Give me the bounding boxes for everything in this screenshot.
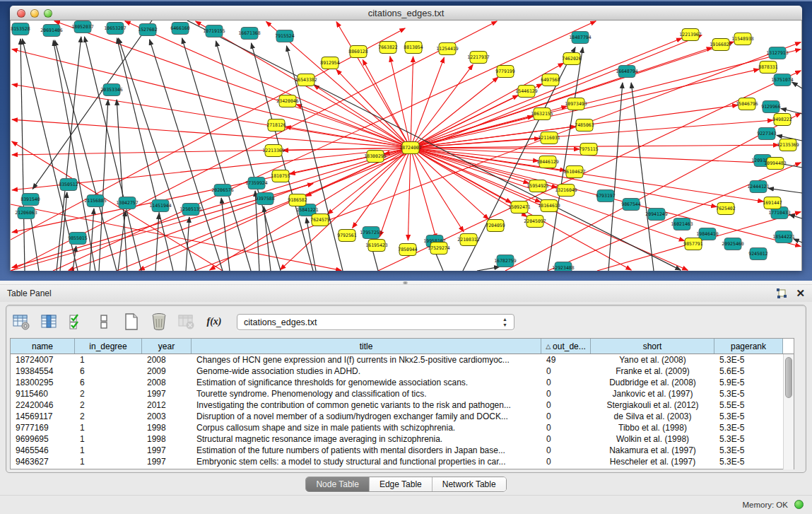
delete-table-icon[interactable] xyxy=(177,313,196,331)
graph-node[interactable]: 8813054 xyxy=(404,42,423,54)
graph-node[interactable]: 15092471 xyxy=(508,201,530,214)
graph-node[interactable]: 21156885 xyxy=(84,195,106,207)
table-cell[interactable]: Investigating the contribution of common… xyxy=(192,399,541,411)
table-cell[interactable]: Disruption of a novel member of a sodium… xyxy=(192,411,541,422)
table-cell[interactable]: 19384554 xyxy=(11,366,75,377)
graph-node[interactable]: 9857791 xyxy=(683,238,702,250)
graph-edge[interactable] xyxy=(411,148,763,201)
graph-node[interactable]: 16543382 xyxy=(295,74,317,86)
table-cell[interactable]: Tibbo et al. (1998) xyxy=(591,422,714,433)
graph-node[interactable]: 1810755 xyxy=(271,170,290,182)
table-cell[interactable]: Yano et al. (2008) xyxy=(591,354,714,366)
graph-edge[interactable] xyxy=(379,148,411,237)
table-cell[interactable]: 2 xyxy=(75,411,142,422)
graph-node[interactable]: 8153528 xyxy=(11,23,30,35)
table-row[interactable]: 1938455462009Genome-wide association stu… xyxy=(11,366,794,377)
table-cell[interactable]: 18300295 xyxy=(11,377,75,388)
table-cell[interactable]: 5.6E-5 xyxy=(714,366,783,377)
graph-edge[interactable] xyxy=(390,57,411,148)
create-new-column-icon[interactable] xyxy=(122,313,141,331)
graph-edge[interactable] xyxy=(792,82,802,88)
delete-column-icon[interactable] xyxy=(150,313,168,331)
graph-node[interactable]: 12505135 xyxy=(180,204,201,216)
window-titlebar[interactable]: citations_edges.txt xyxy=(10,6,802,21)
graph-node[interactable]: 9186582 xyxy=(288,194,307,206)
graph-edge[interactable] xyxy=(768,188,802,193)
graph-edge[interactable] xyxy=(408,148,411,240)
graph-node[interactable]: 10632155 xyxy=(531,108,553,120)
table-cell[interactable]: 5.3E-5 xyxy=(714,433,783,445)
table-row[interactable]: 2242004622012Investigating the contribut… xyxy=(11,399,794,411)
tab-edge-table[interactable]: Edge Table xyxy=(370,477,433,491)
table-cell[interactable]: Genome-wide association studies in ADHD. xyxy=(192,366,541,377)
graph-edge[interactable] xyxy=(608,83,623,271)
graph-node[interactable]: 13042757 xyxy=(116,197,138,209)
graph-node[interactable]: 12923488 xyxy=(552,262,574,271)
table-row[interactable]: 1456911722003Disruption of a novel membe… xyxy=(11,411,794,422)
graph-edge[interactable] xyxy=(187,21,681,270)
column-header-year[interactable]: year xyxy=(142,339,192,354)
graph-node[interactable]: 7624575 xyxy=(310,214,329,226)
table-row[interactable]: 1830029562008Estimation of significance … xyxy=(11,377,794,388)
graph-node[interactable]: 15046796 xyxy=(736,98,758,110)
graph-node[interactable]: 16671368 xyxy=(238,28,260,40)
table-cell[interactable]: 0 xyxy=(541,422,591,433)
select-all-columns-icon[interactable] xyxy=(67,313,86,331)
graph-node[interactable]: 18164610 xyxy=(538,200,560,212)
graph-node[interactable]: 9227343 xyxy=(757,128,776,140)
graph-node[interactable]: 22045097 xyxy=(524,216,546,228)
column-header-short[interactable]: short xyxy=(591,339,714,354)
table-cell[interactable]: Franke et al. (2009) xyxy=(591,366,714,377)
table-cell[interactable]: 5.5E-5 xyxy=(714,399,783,411)
graph-node[interactable]: 7975115 xyxy=(579,144,598,156)
graph-node[interactable]: 13127913 xyxy=(766,47,788,59)
graph-edge[interactable] xyxy=(99,100,108,271)
graph-node[interactable]: 12217937 xyxy=(467,52,489,64)
graph-node[interactable]: 10994483 xyxy=(764,158,786,170)
graph-node[interactable]: 18487794 xyxy=(569,32,591,44)
table-cell[interactable]: 9699695 xyxy=(11,433,75,445)
table-cell[interactable]: 1 xyxy=(75,456,142,467)
graph-node[interactable]: 9867544 xyxy=(621,199,640,211)
graph-node[interactable]: 7204059 xyxy=(486,220,505,232)
table-cell[interactable]: Hescheler et al. (1997) xyxy=(591,456,714,467)
graph-node[interactable]: 12116031 xyxy=(538,132,560,144)
graph-edge[interactable] xyxy=(186,217,189,271)
graph-node[interactable]: 20206576 xyxy=(211,185,233,197)
column-header-title[interactable]: title xyxy=(192,339,541,354)
splitter-handle-icon[interactable] xyxy=(403,281,408,284)
table-cell[interactable]: 22420046 xyxy=(11,399,75,411)
table-cell[interactable]: 5.3E-5 xyxy=(714,445,783,456)
graph-edge[interactable] xyxy=(117,100,127,271)
graph-edge[interactable] xyxy=(631,83,654,271)
graph-node[interactable]: 7915524 xyxy=(275,30,294,42)
graph-edge[interactable] xyxy=(411,148,529,183)
graph-edge[interactable] xyxy=(119,38,196,271)
graph-node[interactable]: 20925460 xyxy=(722,238,743,250)
table-cell[interactable]: 0 xyxy=(541,445,591,456)
show-column-icon[interactable] xyxy=(40,313,58,331)
graph-edge[interactable] xyxy=(73,246,76,271)
table-row[interactable]: 911546021997Tourette syndrome. Phenomeno… xyxy=(11,388,794,399)
column-header-pagerank[interactable]: pagerank xyxy=(714,339,783,354)
graph-node[interactable]: 9245012 xyxy=(748,248,767,260)
graph-node[interactable]: 20941249 xyxy=(645,209,667,221)
tab-node-table[interactable]: Node Table xyxy=(306,477,370,491)
table-cell[interactable]: 9777169 xyxy=(11,422,75,433)
table-cell[interactable]: 0 xyxy=(541,399,591,411)
graph-node[interactable]: 9855015 xyxy=(68,233,87,245)
graph-node[interactable]: 10719155 xyxy=(203,25,225,37)
table-cell[interactable]: Nakamura et al. (1997) xyxy=(591,445,714,456)
table-cell[interactable]: 0 xyxy=(541,456,591,467)
table-cell[interactable]: de Silva et al. (2003) xyxy=(591,411,714,422)
scrollbar-thumb[interactable] xyxy=(785,357,792,398)
function-builder-icon[interactable]: f(x) xyxy=(205,313,223,331)
graph-node[interactable]: 8878331 xyxy=(758,62,777,74)
graph-node[interactable]: 11254419 xyxy=(436,43,458,55)
graph-edge[interactable] xyxy=(264,206,271,271)
table-cell[interactable]: 49 xyxy=(541,354,591,366)
graph-edge[interactable] xyxy=(363,59,411,148)
graph-node[interactable]: 12213369 xyxy=(262,145,284,157)
table-cell[interactable]: Corpus callosum shape and size in male p… xyxy=(192,422,541,433)
table-cell[interactable]: Structural magnetic resonance image aver… xyxy=(192,433,541,445)
